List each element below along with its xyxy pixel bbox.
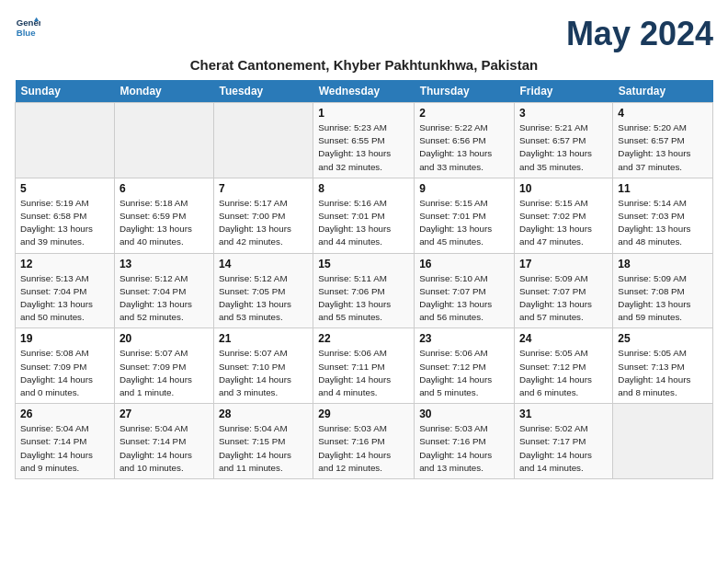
day-info: Sunrise: 5:04 AMSunset: 7:14 PMDaylight:…	[119, 422, 209, 475]
day-info: Sunrise: 5:11 AMSunset: 7:06 PMDaylight:…	[318, 272, 409, 325]
day-number: 24	[519, 332, 608, 345]
day-number: 15	[318, 258, 409, 270]
day-info: Sunrise: 5:06 AMSunset: 7:11 PMDaylight:…	[318, 347, 409, 399]
day-info: Sunrise: 5:03 AMSunset: 7:16 PMDaylight:…	[318, 422, 409, 475]
calendar-cell: 10Sunrise: 5:15 AMSunset: 7:02 PMDayligh…	[515, 178, 613, 253]
day-number: 18	[618, 258, 708, 270]
calendar-cell: 26Sunrise: 5:04 AMSunset: 7:14 PMDayligh…	[16, 404, 115, 479]
calendar-table: SundayMondayTuesdayWednesdayThursdayFrid…	[15, 80, 713, 479]
logo: General Blue General Blue	[15, 15, 40, 40]
calendar-cell: 20Sunrise: 5:07 AMSunset: 7:09 PMDayligh…	[114, 328, 213, 404]
calendar-cell: 2Sunrise: 5:22 AMSunset: 6:56 PMDaylight…	[415, 103, 515, 178]
calendar-cell: 31Sunrise: 5:02 AMSunset: 7:17 PMDayligh…	[515, 404, 613, 479]
day-info: Sunrise: 5:03 AMSunset: 7:16 PMDaylight:…	[419, 422, 509, 475]
weekday-header-sunday: Sunday	[16, 80, 115, 103]
calendar-cell: 30Sunrise: 5:03 AMSunset: 7:16 PMDayligh…	[415, 404, 515, 479]
day-info: Sunrise: 5:23 AMSunset: 6:55 PMDaylight:…	[318, 121, 409, 174]
day-info: Sunrise: 5:22 AMSunset: 6:56 PMDaylight:…	[419, 121, 509, 174]
calendar-cell: 7Sunrise: 5:17 AMSunset: 7:00 PMDaylight…	[213, 178, 313, 253]
day-number: 16	[419, 258, 509, 270]
day-info: Sunrise: 5:17 AMSunset: 7:00 PMDaylight:…	[219, 197, 308, 249]
day-info: Sunrise: 5:12 AMSunset: 7:05 PMDaylight:…	[219, 272, 308, 325]
calendar-cell: 14Sunrise: 5:12 AMSunset: 7:05 PMDayligh…	[213, 253, 313, 328]
day-number: 14	[219, 258, 308, 270]
day-info: Sunrise: 5:09 AMSunset: 7:07 PMDaylight:…	[519, 272, 608, 325]
day-number: 29	[318, 408, 409, 420]
day-number: 3	[519, 107, 608, 120]
calendar-cell: 1Sunrise: 5:23 AMSunset: 6:55 PMDaylight…	[313, 103, 415, 178]
day-number: 13	[119, 258, 209, 270]
calendar-cell: 13Sunrise: 5:12 AMSunset: 7:04 PMDayligh…	[114, 253, 213, 328]
calendar-cell: 28Sunrise: 5:04 AMSunset: 7:15 PMDayligh…	[213, 404, 313, 479]
calendar-cell: 24Sunrise: 5:05 AMSunset: 7:12 PMDayligh…	[515, 328, 613, 404]
day-info: Sunrise: 5:18 AMSunset: 6:59 PMDaylight:…	[119, 197, 209, 249]
weekday-header-thursday: Thursday	[415, 80, 515, 103]
day-info: Sunrise: 5:05 AMSunset: 7:13 PMDaylight:…	[618, 347, 708, 399]
day-info: Sunrise: 5:10 AMSunset: 7:07 PMDaylight:…	[419, 272, 509, 325]
day-number: 25	[618, 332, 708, 345]
weekday-header-friday: Friday	[515, 80, 613, 103]
week-row-4: 19Sunrise: 5:08 AMSunset: 7:09 PMDayligh…	[16, 328, 713, 404]
day-number: 27	[119, 408, 209, 420]
day-info: Sunrise: 5:12 AMSunset: 7:04 PMDaylight:…	[119, 272, 209, 325]
day-number: 1	[318, 107, 409, 120]
week-row-3: 12Sunrise: 5:13 AMSunset: 7:04 PMDayligh…	[16, 253, 713, 328]
calendar-cell: 17Sunrise: 5:09 AMSunset: 7:07 PMDayligh…	[515, 253, 613, 328]
day-info: Sunrise: 5:06 AMSunset: 7:12 PMDaylight:…	[419, 347, 509, 399]
day-info: Sunrise: 5:15 AMSunset: 7:02 PMDaylight:…	[519, 197, 608, 249]
day-number: 19	[20, 332, 109, 345]
day-info: Sunrise: 5:19 AMSunset: 6:58 PMDaylight:…	[20, 197, 109, 249]
day-info: Sunrise: 5:08 AMSunset: 7:09 PMDaylight:…	[20, 347, 109, 399]
day-number: 23	[419, 332, 509, 345]
day-number: 8	[318, 182, 409, 195]
day-info: Sunrise: 5:04 AMSunset: 7:14 PMDaylight:…	[20, 422, 109, 475]
calendar-cell: 29Sunrise: 5:03 AMSunset: 7:16 PMDayligh…	[313, 404, 415, 479]
weekday-header-monday: Monday	[114, 80, 213, 103]
day-info: Sunrise: 5:04 AMSunset: 7:15 PMDaylight:…	[219, 422, 308, 475]
day-number: 30	[419, 408, 509, 420]
day-number: 7	[219, 182, 308, 195]
calendar-cell	[16, 103, 115, 178]
day-number: 12	[20, 258, 109, 270]
weekday-header-wednesday: Wednesday	[313, 80, 415, 103]
calendar-cell: 5Sunrise: 5:19 AMSunset: 6:58 PMDaylight…	[16, 178, 115, 253]
day-info: Sunrise: 5:05 AMSunset: 7:12 PMDaylight:…	[519, 347, 608, 399]
day-info: Sunrise: 5:20 AMSunset: 6:57 PMDaylight:…	[618, 121, 708, 174]
calendar-cell: 22Sunrise: 5:06 AMSunset: 7:11 PMDayligh…	[313, 328, 415, 404]
calendar-subtitle: Cherat Cantonement, Khyber Pakhtunkhwa, …	[15, 57, 713, 73]
day-number: 4	[618, 107, 708, 120]
day-info: Sunrise: 5:13 AMSunset: 7:04 PMDaylight:…	[20, 272, 109, 325]
calendar-cell: 15Sunrise: 5:11 AMSunset: 7:06 PMDayligh…	[313, 253, 415, 328]
calendar-cell: 21Sunrise: 5:07 AMSunset: 7:10 PMDayligh…	[213, 328, 313, 404]
logo-icon: General Blue	[15, 15, 40, 40]
calendar-cell: 27Sunrise: 5:04 AMSunset: 7:14 PMDayligh…	[114, 404, 213, 479]
calendar-cell: 11Sunrise: 5:14 AMSunset: 7:03 PMDayligh…	[613, 178, 713, 253]
day-number: 28	[219, 408, 308, 420]
svg-text:Blue: Blue	[17, 28, 36, 38]
weekday-header-tuesday: Tuesday	[213, 80, 313, 103]
day-info: Sunrise: 5:07 AMSunset: 7:10 PMDaylight:…	[219, 347, 308, 399]
calendar-cell: 19Sunrise: 5:08 AMSunset: 7:09 PMDayligh…	[16, 328, 115, 404]
day-number: 6	[119, 182, 209, 195]
calendar-cell: 6Sunrise: 5:18 AMSunset: 6:59 PMDaylight…	[114, 178, 213, 253]
calendar-cell	[114, 103, 213, 178]
calendar-cell: 18Sunrise: 5:09 AMSunset: 7:08 PMDayligh…	[613, 253, 713, 328]
day-info: Sunrise: 5:14 AMSunset: 7:03 PMDaylight:…	[618, 197, 708, 249]
day-info: Sunrise: 5:02 AMSunset: 7:17 PMDaylight:…	[519, 422, 608, 475]
month-title: May 2024	[566, 15, 713, 53]
day-info: Sunrise: 5:09 AMSunset: 7:08 PMDaylight:…	[618, 272, 708, 325]
day-info: Sunrise: 5:21 AMSunset: 6:57 PMDaylight:…	[519, 121, 608, 174]
day-number: 26	[20, 408, 109, 420]
weekday-header-row: SundayMondayTuesdayWednesdayThursdayFrid…	[16, 80, 713, 103]
calendar-cell: 8Sunrise: 5:16 AMSunset: 7:01 PMDaylight…	[313, 178, 415, 253]
day-number: 17	[519, 258, 608, 270]
week-row-5: 26Sunrise: 5:04 AMSunset: 7:14 PMDayligh…	[16, 404, 713, 479]
calendar-cell: 25Sunrise: 5:05 AMSunset: 7:13 PMDayligh…	[613, 328, 713, 404]
calendar-cell	[213, 103, 313, 178]
day-info: Sunrise: 5:07 AMSunset: 7:09 PMDaylight:…	[119, 347, 209, 399]
day-number: 9	[419, 182, 509, 195]
week-row-1: 1Sunrise: 5:23 AMSunset: 6:55 PMDaylight…	[16, 103, 713, 178]
calendar-cell: 12Sunrise: 5:13 AMSunset: 7:04 PMDayligh…	[16, 253, 115, 328]
day-number: 5	[20, 182, 109, 195]
day-number: 2	[419, 107, 509, 120]
